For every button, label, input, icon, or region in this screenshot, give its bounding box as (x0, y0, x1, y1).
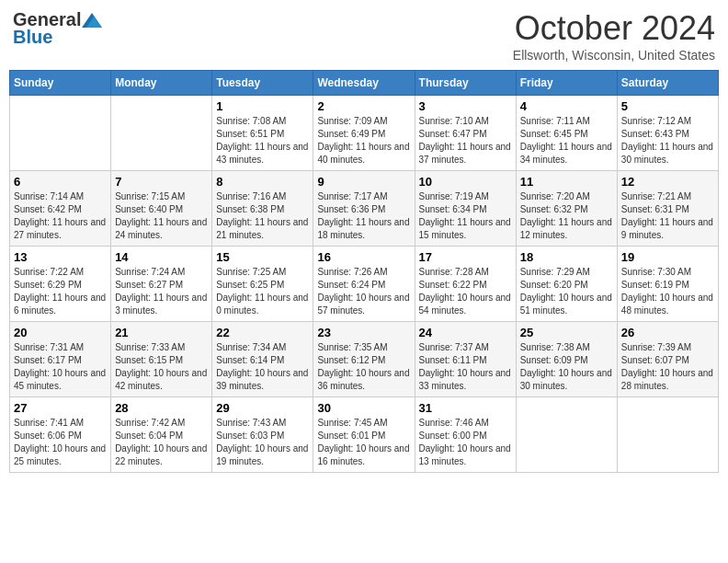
day-info: Sunrise: 7:09 AM Sunset: 6:49 PM Dayligh… (317, 115, 410, 167)
day-info: Sunrise: 7:42 AM Sunset: 6:04 PM Dayligh… (115, 417, 208, 468)
day-info: Sunrise: 7:14 AM Sunset: 6:42 PM Dayligh… (14, 190, 107, 242)
day-info: Sunrise: 7:16 AM Sunset: 6:38 PM Dayligh… (216, 190, 309, 242)
day-number: 9 (317, 175, 410, 189)
calendar-cell: 30Sunrise: 7:45 AM Sunset: 6:01 PM Dayli… (313, 397, 415, 473)
day-number: 31 (419, 401, 512, 415)
logo-blue-text: Blue (13, 27, 52, 48)
calendar-cell: 2Sunrise: 7:09 AM Sunset: 6:49 PM Daylig… (313, 96, 415, 171)
calendar-cell (10, 96, 111, 171)
title-block: October 2024 Ellsworth, Wisconsin, Unite… (513, 9, 715, 63)
day-number: 17 (419, 250, 512, 264)
day-number: 12 (621, 175, 714, 189)
calendar-cell: 24Sunrise: 7:37 AM Sunset: 6:11 PM Dayli… (415, 322, 516, 397)
day-info: Sunrise: 7:28 AM Sunset: 6:22 PM Dayligh… (419, 266, 512, 317)
day-number: 22 (216, 326, 309, 339)
logo: General Blue (13, 9, 103, 48)
location-text: Ellsworth, Wisconsin, United States (513, 48, 715, 63)
calendar-cell: 20Sunrise: 7:31 AM Sunset: 6:17 PM Dayli… (10, 322, 111, 397)
day-number: 23 (317, 326, 410, 339)
calendar-cell: 1Sunrise: 7:08 AM Sunset: 6:51 PM Daylig… (212, 96, 313, 171)
day-info: Sunrise: 7:08 AM Sunset: 6:51 PM Dayligh… (216, 115, 309, 167)
day-info: Sunrise: 7:25 AM Sunset: 6:25 PM Dayligh… (216, 266, 309, 317)
logo-icon (82, 13, 102, 28)
day-info: Sunrise: 7:46 AM Sunset: 6:00 PM Dayligh… (419, 417, 512, 468)
day-of-week-header: Wednesday (313, 71, 415, 96)
calendar-cell: 28Sunrise: 7:42 AM Sunset: 6:04 PM Dayli… (111, 397, 212, 473)
day-number: 1 (216, 99, 309, 113)
day-number: 25 (520, 326, 613, 339)
day-info: Sunrise: 7:21 AM Sunset: 6:31 PM Dayligh… (621, 190, 714, 242)
calendar-cell: 5Sunrise: 7:12 AM Sunset: 6:43 PM Daylig… (617, 96, 718, 171)
day-info: Sunrise: 7:22 AM Sunset: 6:29 PM Dayligh… (14, 266, 107, 317)
calendar-cell: 19Sunrise: 7:30 AM Sunset: 6:19 PM Dayli… (617, 247, 718, 322)
day-number: 11 (520, 175, 613, 189)
day-info: Sunrise: 7:30 AM Sunset: 6:19 PM Dayligh… (621, 266, 714, 317)
calendar-table: SundayMondayTuesdayWednesdayThursdayFrid… (9, 70, 719, 473)
day-number: 27 (14, 401, 107, 415)
calendar-cell: 8Sunrise: 7:16 AM Sunset: 6:38 PM Daylig… (212, 171, 313, 247)
day-info: Sunrise: 7:31 AM Sunset: 6:17 PM Dayligh… (14, 341, 107, 393)
day-info: Sunrise: 7:15 AM Sunset: 6:40 PM Dayligh… (115, 190, 208, 242)
calendar-cell: 22Sunrise: 7:34 AM Sunset: 6:14 PM Dayli… (212, 322, 313, 397)
calendar-cell: 31Sunrise: 7:46 AM Sunset: 6:00 PM Dayli… (415, 397, 516, 473)
day-info: Sunrise: 7:24 AM Sunset: 6:27 PM Dayligh… (115, 266, 208, 317)
calendar-cell: 4Sunrise: 7:11 AM Sunset: 6:45 PM Daylig… (516, 96, 617, 171)
day-number: 3 (419, 99, 512, 113)
day-number: 10 (419, 175, 512, 189)
day-info: Sunrise: 7:35 AM Sunset: 6:12 PM Dayligh… (317, 341, 410, 393)
day-info: Sunrise: 7:12 AM Sunset: 6:43 PM Dayligh… (621, 115, 714, 167)
day-info: Sunrise: 7:29 AM Sunset: 6:20 PM Dayligh… (520, 266, 613, 317)
calendar-cell: 29Sunrise: 7:43 AM Sunset: 6:03 PM Dayli… (212, 397, 313, 473)
calendar-cell (516, 397, 617, 473)
day-info: Sunrise: 7:45 AM Sunset: 6:01 PM Dayligh… (317, 417, 410, 468)
day-info: Sunrise: 7:10 AM Sunset: 6:47 PM Dayligh… (419, 115, 512, 167)
day-info: Sunrise: 7:34 AM Sunset: 6:14 PM Dayligh… (216, 341, 309, 393)
day-number: 15 (216, 250, 309, 264)
calendar-cell: 6Sunrise: 7:14 AM Sunset: 6:42 PM Daylig… (10, 171, 111, 247)
page-header: General Blue October 2024 Ellsworth, Wis… (9, 9, 719, 63)
day-info: Sunrise: 7:17 AM Sunset: 6:36 PM Dayligh… (317, 190, 410, 242)
calendar-cell: 23Sunrise: 7:35 AM Sunset: 6:12 PM Dayli… (313, 322, 415, 397)
day-number: 19 (621, 250, 714, 264)
day-number: 29 (216, 401, 309, 415)
calendar-cell: 14Sunrise: 7:24 AM Sunset: 6:27 PM Dayli… (111, 247, 212, 322)
calendar-cell: 13Sunrise: 7:22 AM Sunset: 6:29 PM Dayli… (10, 247, 111, 322)
calendar-cell: 17Sunrise: 7:28 AM Sunset: 6:22 PM Dayli… (415, 247, 516, 322)
day-info: Sunrise: 7:11 AM Sunset: 6:45 PM Dayligh… (520, 115, 613, 167)
day-info: Sunrise: 7:19 AM Sunset: 6:34 PM Dayligh… (419, 190, 512, 242)
day-number: 30 (317, 401, 410, 415)
calendar-cell: 18Sunrise: 7:29 AM Sunset: 6:20 PM Dayli… (516, 247, 617, 322)
day-info: Sunrise: 7:37 AM Sunset: 6:11 PM Dayligh… (419, 341, 512, 393)
calendar-cell: 11Sunrise: 7:20 AM Sunset: 6:32 PM Dayli… (516, 171, 617, 247)
day-number: 16 (317, 250, 410, 264)
day-info: Sunrise: 7:39 AM Sunset: 6:07 PM Dayligh… (621, 341, 714, 393)
day-info: Sunrise: 7:41 AM Sunset: 6:06 PM Dayligh… (14, 417, 107, 468)
calendar-cell (111, 96, 212, 171)
day-number: 6 (14, 175, 107, 189)
day-number: 28 (115, 401, 208, 415)
calendar-cell: 26Sunrise: 7:39 AM Sunset: 6:07 PM Dayli… (617, 322, 718, 397)
calendar-cell: 25Sunrise: 7:38 AM Sunset: 6:09 PM Dayli… (516, 322, 617, 397)
calendar-cell: 3Sunrise: 7:10 AM Sunset: 6:47 PM Daylig… (415, 96, 516, 171)
calendar-cell: 27Sunrise: 7:41 AM Sunset: 6:06 PM Dayli… (10, 397, 111, 473)
calendar-cell: 21Sunrise: 7:33 AM Sunset: 6:15 PM Dayli… (111, 322, 212, 397)
day-number: 20 (14, 326, 107, 339)
day-info: Sunrise: 7:43 AM Sunset: 6:03 PM Dayligh… (216, 417, 309, 468)
day-of-week-header: Thursday (415, 71, 516, 96)
calendar-cell: 16Sunrise: 7:26 AM Sunset: 6:24 PM Dayli… (313, 247, 415, 322)
day-of-week-header: Sunday (10, 71, 111, 96)
day-number: 2 (317, 99, 410, 113)
day-number: 18 (520, 250, 613, 264)
calendar-cell: 9Sunrise: 7:17 AM Sunset: 6:36 PM Daylig… (313, 171, 415, 247)
calendar-cell (617, 397, 718, 473)
day-number: 14 (115, 250, 208, 264)
day-number: 4 (520, 99, 613, 113)
calendar-cell: 12Sunrise: 7:21 AM Sunset: 6:31 PM Dayli… (617, 171, 718, 247)
calendar-cell: 10Sunrise: 7:19 AM Sunset: 6:34 PM Dayli… (415, 171, 516, 247)
day-of-week-header: Saturday (617, 71, 718, 96)
calendar-cell: 7Sunrise: 7:15 AM Sunset: 6:40 PM Daylig… (111, 171, 212, 247)
day-number: 8 (216, 175, 309, 189)
day-number: 21 (115, 326, 208, 339)
day-number: 5 (621, 99, 714, 113)
day-of-week-header: Monday (111, 71, 212, 96)
